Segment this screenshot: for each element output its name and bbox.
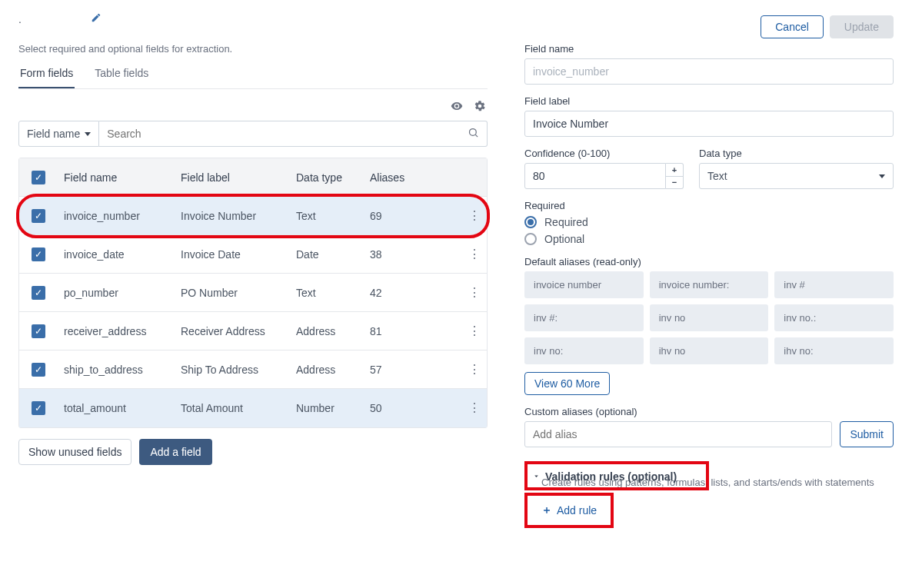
- alias-chip: ihv no: [650, 337, 769, 364]
- tab-table-fields[interactable]: Table fields: [93, 62, 150, 88]
- add-rule-highlight: ＋ Add rule: [524, 493, 614, 528]
- alias-chip: ihv no:: [774, 337, 894, 364]
- field-name-label: Field name: [524, 43, 894, 55]
- row-field-name: total_amount: [58, 391, 175, 425]
- more-vertical-icon: ⋮: [468, 253, 480, 256]
- view-more-button[interactable]: View 60 More: [524, 372, 610, 395]
- increment-button[interactable]: +: [666, 164, 683, 177]
- alias-chip: inv no:: [524, 337, 644, 364]
- row-checkbox[interactable]: ✓: [32, 209, 45, 223]
- row-more-button[interactable]: ⋮: [461, 281, 487, 305]
- confidence-input[interactable]: 80: [524, 163, 666, 189]
- row-aliases: 81: [364, 314, 461, 348]
- table-row[interactable]: ✓total_amountTotal AmountNumber50⋮: [19, 389, 487, 427]
- alias-chip: invoice number:: [650, 271, 769, 298]
- row-aliases: 57: [364, 353, 461, 387]
- data-type-select[interactable]: Text: [699, 163, 894, 189]
- col-field-label[interactable]: Field label: [175, 161, 290, 194]
- top-left: .: [18, 12, 102, 25]
- row-data-type: Text: [290, 276, 364, 310]
- row-field-name: po_number: [58, 276, 175, 310]
- fields-table: ✓ Field name Field label Data type Alias…: [18, 158, 488, 428]
- row-checkbox[interactable]: ✓: [32, 324, 45, 338]
- add-rule-button[interactable]: ＋ Add rule: [541, 503, 597, 517]
- row-field-label: Invoice Number: [175, 199, 290, 233]
- row-more-button[interactable]: ⋮: [461, 396, 487, 420]
- row-field-label: Receiver Address: [175, 314, 290, 348]
- table-row[interactable]: ✓po_numberPO NumberText42⋮: [19, 274, 487, 312]
- subtitle: Select required and optional fields for …: [18, 43, 488, 55]
- validation-header-highlight: Validation rules (optional): [524, 461, 709, 490]
- alias-chip: inv #:: [524, 304, 644, 331]
- show-unused-button[interactable]: Show unused fields: [18, 439, 131, 465]
- row-more-button[interactable]: ⋮: [461, 242, 487, 267]
- row-more-button[interactable]: ⋮: [461, 357, 487, 382]
- alias-chip: inv #: [774, 271, 894, 298]
- default-aliases-label: Default aliases (read-only): [524, 256, 894, 267]
- row-checkbox[interactable]: ✓: [32, 247, 45, 261]
- table-row[interactable]: ✓invoice_dateInvoice DateDate38⋮: [19, 235, 487, 274]
- more-vertical-icon: ⋮: [468, 214, 480, 218]
- chevron-down-icon: [85, 132, 91, 136]
- edit-icon[interactable]: [91, 12, 102, 25]
- more-vertical-icon: ⋮: [468, 291, 480, 294]
- more-vertical-icon: ⋮: [468, 368, 480, 371]
- required-radio[interactable]: Required: [524, 216, 894, 228]
- row-field-label: PO Number: [175, 276, 290, 310]
- tabs: Form fields Table fields: [18, 62, 488, 89]
- alias-chip-grid: invoice numberinvoice number:inv #inv #:…: [524, 271, 894, 364]
- add-field-button[interactable]: Add a field: [139, 439, 211, 465]
- filter-select[interactable]: Field name: [18, 121, 99, 147]
- validation-title-text: Validation rules (optional): [545, 470, 677, 483]
- row-aliases: 38: [364, 238, 461, 271]
- row-more-button[interactable]: ⋮: [461, 204, 487, 228]
- row-checkbox[interactable]: ✓: [32, 363, 45, 377]
- col-aliases[interactable]: Aliases: [364, 161, 461, 194]
- submit-alias-button[interactable]: Submit: [840, 421, 894, 447]
- row-aliases: 69: [364, 199, 461, 233]
- add-rule-label: Add rule: [557, 504, 597, 517]
- table-row[interactable]: ✓receiver_addressReceiver AddressAddress…: [19, 312, 487, 350]
- field-label-input[interactable]: Invoice Number: [524, 111, 894, 137]
- quantity-stepper[interactable]: + −: [666, 163, 684, 189]
- cancel-button[interactable]: Cancel: [761, 15, 824, 38]
- visibility-icon[interactable]: [451, 100, 463, 115]
- row-field-label: Ship To Address: [175, 353, 290, 387]
- table-row[interactable]: ✓invoice_numberInvoice NumberText69⋮: [19, 197, 487, 235]
- row-checkbox[interactable]: ✓: [32, 401, 45, 415]
- data-type-label: Data type: [699, 148, 894, 159]
- row-data-type: Number: [290, 391, 364, 425]
- top-actions: Cancel Update: [761, 15, 894, 38]
- search-box[interactable]: [99, 121, 488, 147]
- update-button[interactable]: Update: [830, 15, 894, 38]
- validation-toggle[interactable]: Validation rules (optional): [532, 470, 698, 483]
- search-icon[interactable]: [468, 127, 479, 141]
- col-data-type[interactable]: Data type: [290, 161, 364, 194]
- optional-radio[interactable]: Optional: [524, 233, 894, 245]
- row-aliases: 42: [364, 276, 461, 310]
- row-field-name: receiver_address: [58, 314, 175, 348]
- gear-icon[interactable]: [474, 100, 486, 115]
- row-more-button[interactable]: ⋮: [461, 319, 487, 344]
- row-field-name: ship_to_address: [58, 353, 175, 387]
- search-input[interactable]: [107, 121, 468, 146]
- select-all-checkbox[interactable]: ✓: [32, 171, 45, 184]
- row-data-type: Address: [290, 353, 364, 387]
- more-vertical-icon: ⋮: [468, 330, 480, 333]
- required-option-label: Required: [544, 216, 588, 228]
- field-name-input[interactable]: invoice_number: [524, 58, 894, 85]
- svg-line-1: [475, 135, 478, 137]
- field-label-label: Field label: [524, 95, 894, 107]
- decrement-button[interactable]: −: [666, 177, 683, 189]
- add-alias-input[interactable]: [524, 421, 832, 447]
- col-field-name[interactable]: Field name: [58, 161, 175, 194]
- optional-option-label: Optional: [544, 233, 584, 245]
- more-vertical-icon: ⋮: [468, 407, 480, 410]
- plus-icon: ＋: [541, 503, 552, 517]
- table-row[interactable]: ✓ship_to_addressShip To AddressAddress57…: [19, 350, 487, 389]
- row-field-name: invoice_number: [58, 199, 175, 233]
- row-checkbox[interactable]: ✓: [32, 286, 45, 300]
- row-data-type: Text: [290, 199, 364, 233]
- alias-chip: inv no: [650, 304, 769, 331]
- tab-form-fields[interactable]: Form fields: [18, 62, 75, 88]
